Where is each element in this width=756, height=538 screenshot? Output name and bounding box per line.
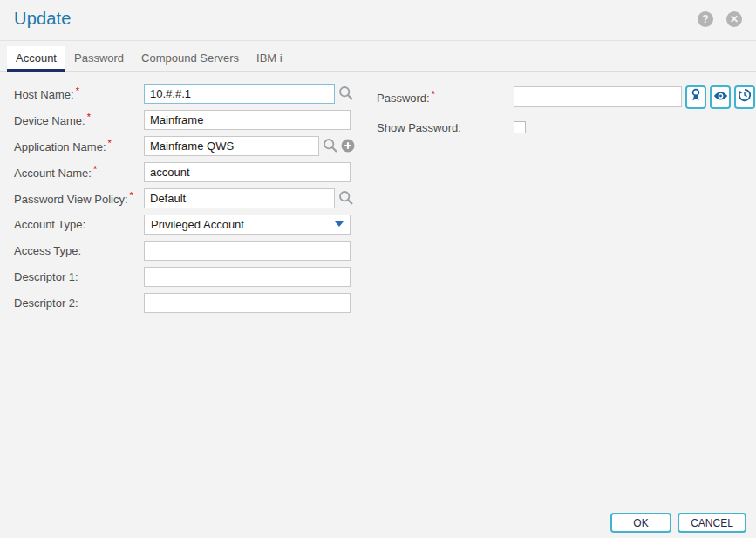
required-marker: * xyxy=(432,89,435,99)
add-icon[interactable] xyxy=(339,137,357,154)
password-input[interactable] xyxy=(514,86,682,107)
field-row-device-name: Device Name:* xyxy=(14,106,363,133)
tab-ibm-i[interactable]: IBM i xyxy=(248,46,291,72)
page-title: Update xyxy=(14,9,72,29)
field-row-host-name: Host Name:* xyxy=(14,80,363,106)
account-type-value: Privileged Account xyxy=(151,218,244,231)
show-password-label: Show Password: xyxy=(377,121,514,134)
required-marker: * xyxy=(93,164,97,174)
generate-password-button[interactable] xyxy=(685,85,706,109)
field-row-descriptor-2: Descriptor 2: xyxy=(14,289,363,316)
host-name-label: Host Name:* xyxy=(14,85,144,101)
help-icon[interactable]: ? xyxy=(698,11,713,27)
required-marker: * xyxy=(108,138,112,148)
field-row-account-name: Account Name:* xyxy=(14,159,363,185)
application-name-input[interactable] xyxy=(144,136,319,156)
search-icon[interactable] xyxy=(322,137,339,154)
descriptor-2-label: Descriptor 2: xyxy=(14,296,144,310)
account-name-label: Account Name:* xyxy=(14,164,144,180)
account-name-input[interactable] xyxy=(144,162,351,182)
form-left-column: Host Name:* Device Name:* Application Na… xyxy=(14,80,363,316)
field-row-account-type: Account Type: Privileged Account xyxy=(14,211,363,237)
history-clock-icon xyxy=(738,88,752,106)
descriptor-1-label: Descriptor 1: xyxy=(14,270,144,283)
host-name-input[interactable] xyxy=(144,84,335,104)
device-name-label: Device Name:* xyxy=(14,112,144,127)
field-row-show-password: Show Password: xyxy=(377,114,756,140)
tab-account[interactable]: Account xyxy=(7,46,65,72)
dialog-footer: OK CANCEL xyxy=(610,513,746,533)
update-dialog: Update ? ✕ Account Password Compound Ser… xyxy=(0,0,756,538)
show-password-checkbox[interactable] xyxy=(514,121,526,133)
descriptor-1-input[interactable] xyxy=(144,267,351,287)
search-icon[interactable] xyxy=(337,85,355,102)
password-history-button[interactable] xyxy=(734,85,755,109)
access-type-input[interactable] xyxy=(144,241,351,261)
required-marker: * xyxy=(87,112,91,122)
field-row-password-view-policy: Password View Policy:* xyxy=(14,185,363,211)
required-marker: * xyxy=(76,85,79,96)
password-view-policy-label: Password View Policy:* xyxy=(14,190,144,206)
search-icon[interactable] xyxy=(337,189,355,207)
dialog-header: Update ? ✕ xyxy=(0,0,756,41)
form-right-column: Password:* xyxy=(377,84,756,140)
device-name-input[interactable] xyxy=(144,110,351,130)
eye-icon xyxy=(713,89,728,105)
view-password-button[interactable] xyxy=(710,85,731,109)
account-type-dropdown[interactable]: Privileged Account xyxy=(144,215,351,235)
ribbon-icon xyxy=(690,88,702,106)
close-icon[interactable]: ✕ xyxy=(726,11,742,27)
field-row-application-name: Application Name:* xyxy=(14,133,363,159)
cancel-button[interactable]: CANCEL xyxy=(678,513,746,533)
account-type-label: Account Type: xyxy=(14,218,144,231)
ok-button[interactable]: OK xyxy=(610,513,671,533)
application-name-label: Application Name:* xyxy=(14,138,144,153)
tab-bar: Account Password Compound Servers IBM i xyxy=(0,42,756,72)
required-marker: * xyxy=(130,190,133,201)
access-type-label: Access Type: xyxy=(14,244,144,257)
descriptor-2-input[interactable] xyxy=(144,293,351,313)
password-label: Password:* xyxy=(377,89,514,105)
tab-password[interactable]: Password xyxy=(65,46,133,72)
field-row-descriptor-1: Descriptor 1: xyxy=(14,263,363,289)
tab-compound-servers[interactable]: Compound Servers xyxy=(133,46,248,72)
field-row-access-type: Access Type: xyxy=(14,237,363,263)
field-row-password: Password:* xyxy=(377,84,756,110)
password-view-policy-input[interactable] xyxy=(144,188,335,208)
chevron-down-icon xyxy=(335,221,344,227)
